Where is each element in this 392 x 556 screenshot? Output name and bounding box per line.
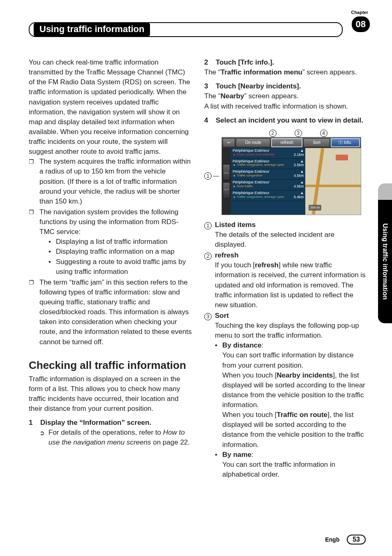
note-radius: The system acquires the traffic informat…: [39, 157, 192, 206]
desc-3-body: Touching the key displays the following …: [215, 321, 367, 341]
step-number: 2: [204, 58, 216, 67]
shot-sort-button[interactable]: Sort: [303, 138, 330, 147]
desc-num-3: 3: [204, 313, 212, 320]
reference-arrow-icon: ➲: [39, 428, 48, 447]
step-1-title: Display the “Information” screen.: [40, 418, 151, 428]
device-screenshot: ↩ On route refresh Sort ⓘ Info. ︿ ﹀: [221, 137, 361, 215]
shot-back-button[interactable]: ↩: [223, 138, 235, 147]
square-bullet-icon: ❐: [29, 157, 39, 206]
intro-paragraph: You can check real-time traffic informat…: [29, 58, 192, 157]
footer-page-number: 53: [347, 535, 366, 544]
shot-map-scale: 100 m: [309, 205, 321, 210]
func-list-item: Displaying traffic information on a map: [48, 247, 192, 257]
left-column: You can check real-time traffic informat…: [29, 58, 192, 480]
page-title-pill: Using traffic information: [29, 22, 343, 37]
chapter-label: Chapter: [351, 10, 368, 15]
shot-onroute-button[interactable]: On route: [236, 138, 270, 147]
shot-incident-list[interactable]: Périphérique Extérieur▲ Road closed inte…: [231, 148, 306, 215]
footer-language: Engb: [325, 536, 339, 543]
step-1-reference: For details of the operations, refer to …: [48, 428, 192, 447]
func-list-item: Suggesting a route to avoid traffic jams…: [48, 257, 192, 277]
step-3-body-line2: A list with received traffic information…: [204, 102, 367, 111]
desc-1-body: The details of the selected incident are…: [215, 230, 367, 250]
desc-1-title: Listed items: [215, 220, 367, 230]
func-list-item: Displaying a list of traffic information: [48, 237, 192, 247]
section-intro: Traffic information is displayed on a sc…: [29, 374, 192, 414]
step-2-body: The “Traffic information menu” screen ap…: [204, 67, 367, 77]
sort-by-name-title: By name: [222, 451, 251, 459]
step-3-body-line1: The “Nearby” screen appears.: [204, 91, 367, 101]
page-footer: Engb 53: [325, 535, 366, 544]
shot-map-preview: 100 m: [305, 148, 360, 215]
shot-info-button[interactable]: ⓘ Info.: [331, 138, 360, 147]
square-bullet-icon: ❐: [29, 278, 39, 347]
callout-1: 1: [204, 172, 212, 180]
sort-by-distance-title: By distance: [222, 341, 261, 349]
desc-num-1: 1: [204, 222, 212, 229]
side-tab: Using traffic information: [378, 183, 392, 323]
note-functions-intro: The navigation system provides the follo…: [39, 208, 178, 236]
step-number: 1: [29, 418, 40, 428]
step-number: 3: [204, 81, 216, 91]
note-traffic-jam-definition: The term “traffic jam” in this section r…: [39, 278, 192, 347]
shot-scroll-down[interactable]: ﹀: [223, 182, 230, 199]
desc-2-title: refresh: [215, 250, 367, 260]
callout-2: 2: [269, 130, 277, 137]
desc-num-2: 2: [204, 253, 212, 260]
section-heading-checking: Checking all traffic information: [29, 359, 192, 372]
shot-list-row[interactable]: Périphérique Extérieur▲ Road closed inte…: [231, 148, 306, 159]
incident-screen-figure: 2 3 4 1 — ↩ On route refresh Sort ⓘ Info…: [204, 130, 367, 215]
sort-by-name-body: You can sort the traffic information in …: [222, 460, 367, 480]
side-tab-label: Using traffic information: [378, 200, 392, 323]
desc-2-body: If you touch [refresh] while new traffic…: [215, 260, 367, 310]
shot-refresh-button[interactable]: refresh: [271, 138, 302, 147]
desc-3-title: Sort: [215, 311, 367, 321]
page-header: Chapter 08 Using traffic information: [29, 22, 367, 37]
right-column: 2 Touch [Trfc info.]. The “Traffic infor…: [204, 58, 367, 480]
step-number: 4: [204, 116, 216, 125]
shot-list-row[interactable]: Périphérique Extérieur▲ Traffic congesti…: [231, 169, 306, 180]
square-bullet-icon: ❐: [29, 207, 39, 277]
step-2-title: Touch [Trfc info.].: [216, 58, 274, 67]
callout-4: 4: [320, 130, 327, 137]
shot-scroll-up[interactable]: ︿: [223, 164, 230, 181]
shot-list-row[interactable]: Périphérique Extérieur▲ Slow traffic▲4.5…: [231, 180, 306, 190]
sort-by-distance-body: You can sort traffic information by dist…: [222, 350, 367, 449]
shot-list-row[interactable]: Périphérique Extérieur▲ Traffic congesti…: [231, 159, 306, 169]
page-title: Using traffic information: [34, 23, 150, 36]
callout-3: 3: [295, 130, 302, 137]
chapter-number-badge: 08: [352, 16, 370, 32]
step-3-title: Touch [Nearby incidents].: [216, 81, 301, 91]
shot-list-row[interactable]: Périphérique Extérieur▲ Traffic congesti…: [231, 190, 306, 201]
step-4-title: Select an incident you want to view in d…: [216, 116, 363, 125]
